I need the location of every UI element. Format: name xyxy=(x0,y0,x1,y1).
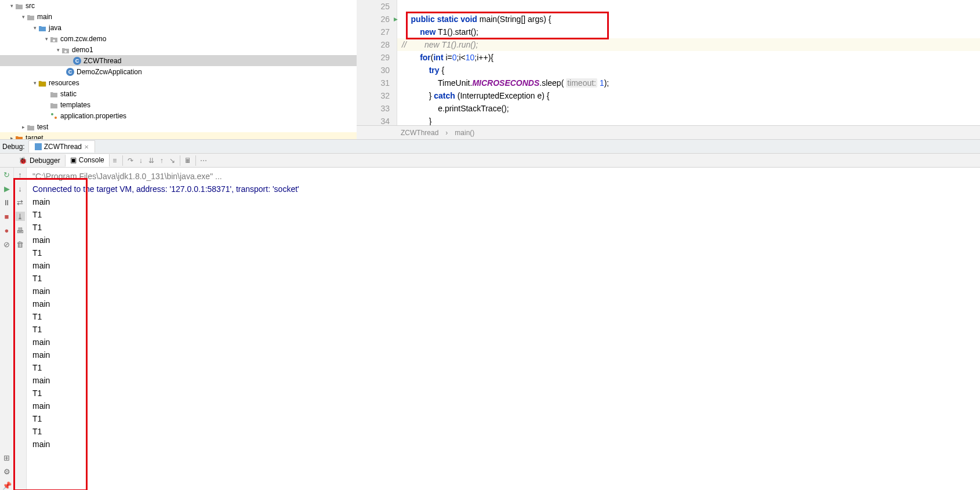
console-line: main xyxy=(32,438,974,451)
tree-test[interactable]: ▸test xyxy=(0,121,357,132)
console-icon: ▣ xyxy=(70,156,77,164)
evaluate-icon[interactable]: 🖩 xyxy=(183,155,193,166)
stop-icon[interactable]: ■ xyxy=(2,212,12,221)
tree-appprops[interactable]: application.properties xyxy=(0,110,357,121)
tree-java[interactable]: ▾java xyxy=(0,22,357,33)
tree-static[interactable]: static xyxy=(0,88,357,99)
console-tab[interactable]: ▣Console xyxy=(66,154,110,167)
console-line: main xyxy=(32,259,974,272)
debug-icon: 🐞 xyxy=(19,157,27,165)
pause-icon[interactable]: ⏸ xyxy=(2,198,12,207)
tree-src[interactable]: ▾src xyxy=(0,0,357,11)
console-line: T1 xyxy=(32,412,974,425)
chevron-down-icon: ▾ xyxy=(55,47,61,53)
force-step-into-icon[interactable]: ⇊ xyxy=(146,155,157,166)
src-folder-icon xyxy=(38,24,46,31)
thread-icon[interactable]: ≡ xyxy=(110,155,120,166)
breadcrumb-class[interactable]: ZCWThread xyxy=(401,129,438,137)
class-icon: C xyxy=(73,57,81,65)
soft-wrap-icon[interactable]: ⇄ xyxy=(16,198,25,207)
code-editor[interactable]: 25 26▶ 27 28 29 30 31 32 33 34 public st… xyxy=(357,0,980,139)
step-into-icon[interactable]: ↓ xyxy=(136,155,146,166)
editor-gutter: 25 26▶ 27 28 29 30 31 32 33 34 xyxy=(357,0,397,125)
step-over-icon[interactable]: ↷ xyxy=(125,155,136,166)
folder-icon xyxy=(27,124,35,130)
console-line: T1 xyxy=(32,387,974,400)
console-line: main xyxy=(32,234,974,246)
console-line: main xyxy=(32,336,974,349)
tree-label: DemoZcwApplication xyxy=(77,68,142,76)
chevron-right-icon: ▸ xyxy=(20,124,27,130)
debugger-tab[interactable]: 🐞Debugger xyxy=(14,155,66,166)
debug-config-tab[interactable]: ZCWThread ✕ xyxy=(28,140,95,153)
console-connect-line: Connected to the target VM, address: '12… xyxy=(32,183,974,195)
tree-label: templates xyxy=(60,101,90,109)
line-number: 32 xyxy=(357,89,397,102)
debug-toolwindow-header: Debug: ZCWThread ✕ xyxy=(0,140,980,154)
chevron-down-icon: ▾ xyxy=(31,25,38,31)
console-line: T1 xyxy=(32,310,974,323)
tree-main[interactable]: ▾main xyxy=(0,11,357,22)
properties-icon xyxy=(50,112,58,120)
scroll-end-icon[interactable]: ⤓ xyxy=(16,212,25,221)
svg-point-3 xyxy=(55,117,57,119)
console-output[interactable]: "C:\Program Files\Java\jdk1.8.0_131\bin\… xyxy=(27,168,980,490)
debug-tab-label: ZCWThread xyxy=(44,143,82,151)
tree-resources[interactable]: ▾resources xyxy=(0,77,357,88)
code-line: new T1().start(); xyxy=(397,26,980,38)
code-content[interactable]: public static void main(String[] args) {… xyxy=(397,0,980,125)
layout-icon[interactable]: ⊞ xyxy=(2,453,12,462)
tree-label: ZCWThread xyxy=(84,57,121,65)
tree-package[interactable]: ▾com.zcw.demo xyxy=(0,33,357,44)
console-line: main xyxy=(32,285,974,297)
chevron-right-icon: ▸ xyxy=(8,135,15,140)
console-line: T1 xyxy=(32,361,974,374)
settings-icon[interactable]: ⚙ xyxy=(2,467,12,476)
debug-side-toolbar: ↻ ▶ ⏸ ■ ● ⊘ ⊞ ⚙ 📌 xyxy=(0,168,14,490)
code-line: TimeUnit.MICROSECONDS.sleep( timeout: 1)… xyxy=(397,77,980,89)
breakpoints-icon[interactable]: ● xyxy=(2,226,12,235)
tree-demo1[interactable]: ▾demo1 xyxy=(0,44,357,55)
folder-icon xyxy=(50,90,58,97)
mute-bp-icon[interactable]: ⊘ xyxy=(2,239,12,249)
tree-label: main xyxy=(37,13,52,21)
step-out-icon[interactable]: ↑ xyxy=(157,155,167,166)
chevron-down-icon: ▾ xyxy=(31,80,38,86)
tree-templates[interactable]: templates xyxy=(0,99,357,110)
line-number: 30 xyxy=(357,64,397,77)
line-number: 34 xyxy=(357,115,397,125)
target-folder-icon xyxy=(15,135,23,140)
tree-target[interactable]: ▸target xyxy=(0,132,357,139)
code-line: public static void main(String[] args) { xyxy=(397,13,980,26)
tree-label: com.zcw.demo xyxy=(60,35,106,43)
breadcrumb[interactable]: ZCWThread›main() xyxy=(357,125,980,139)
console-line: main xyxy=(32,349,974,361)
print-icon[interactable]: 🖶 xyxy=(16,226,25,235)
resume-icon[interactable]: ▶ xyxy=(2,184,12,193)
console-line: T1 xyxy=(32,221,974,234)
debugger-toolbar: 🐞Debugger ▣Console ≡ ↷ ↓ ⇊ ↑ ↘ 🖩 ⋯ xyxy=(0,154,980,168)
clear-icon[interactable]: 🗑 xyxy=(16,239,25,249)
project-tree[interactable]: ▾src ▾main ▾java ▾com.zcw.demo ▾demo1 CZ… xyxy=(0,0,357,139)
tree-label: static xyxy=(60,90,77,98)
folder-icon xyxy=(27,13,35,20)
tree-appclass[interactable]: CDemoZcwApplication xyxy=(0,66,357,77)
console-line: main xyxy=(32,400,974,412)
down-icon[interactable]: ↓ xyxy=(16,184,25,193)
rerun-icon[interactable]: ↻ xyxy=(2,170,12,179)
tree-zcwthread[interactable]: CZCWThread xyxy=(0,55,357,66)
pin-icon[interactable]: 📌 xyxy=(2,481,12,490)
code-line: } catch (InterruptedException e) { xyxy=(397,89,980,102)
tree-label: java xyxy=(49,24,61,32)
svg-point-2 xyxy=(51,113,53,115)
line-number: 27 xyxy=(357,26,397,38)
more-icon[interactable]: ⋯ xyxy=(198,155,209,166)
line-number: 26▶ xyxy=(357,13,397,26)
up-icon[interactable]: ↑ xyxy=(16,170,25,179)
run-to-cursor-icon[interactable]: ↘ xyxy=(167,155,177,166)
breadcrumb-method[interactable]: main() xyxy=(455,129,474,137)
code-line: try { xyxy=(397,64,980,77)
close-icon[interactable]: ✕ xyxy=(84,144,89,150)
package-icon xyxy=(61,46,70,53)
code-line xyxy=(397,0,980,13)
